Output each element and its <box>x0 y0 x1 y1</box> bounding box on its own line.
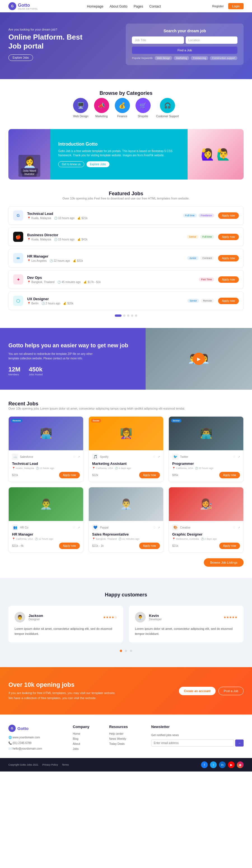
linkedin-icon[interactable]: in <box>219 762 226 768</box>
footer-link-blog[interactable]: Blog <box>73 737 101 740</box>
keyword-1[interactable]: Web design <box>154 56 172 60</box>
nav-link-homepage[interactable]: Homepage <box>87 4 103 8</box>
hero-eyebrow: Are you looking for your dream job? <box>8 28 93 31</box>
recent-apply-btn-5[interactable]: Apply now <box>139 542 160 549</box>
testi-dot-3[interactable] <box>130 650 132 652</box>
footer-link-home[interactable]: Home <box>73 732 101 735</box>
login-button[interactable]: Login <box>228 3 244 9</box>
job-badge-1: Remote <box>11 419 23 423</box>
newsletter-email-input[interactable] <box>151 740 234 746</box>
youtube-icon[interactable]: ▶ <box>228 762 235 768</box>
apply-button-4[interactable]: Apply now <box>218 276 239 283</box>
find-job-button[interactable]: Find a Job <box>132 46 238 54</box>
apply-button-2[interactable]: Apply now <box>218 234 239 240</box>
page-dot-5[interactable] <box>135 314 137 317</box>
footer-link-deals[interactable]: Today Deals <box>109 742 143 745</box>
category-item-marketing[interactable]: 📣 Marketing <box>94 98 109 118</box>
subscribe-button[interactable]: → <box>235 740 244 746</box>
recent-header: Recent Jobs Over 10k opening jobs Lorem … <box>8 401 244 410</box>
location-input[interactable] <box>186 36 238 44</box>
footer-newsletter-title: Newsletter <box>151 725 244 729</box>
page-dot-2[interactable] <box>123 314 125 317</box>
instagram-icon[interactable]: ◉ <box>237 762 244 768</box>
category-item-support[interactable]: 🎧 Customer Support <box>156 98 179 118</box>
intro-btn-1[interactable]: Get to know us <box>58 161 84 167</box>
nav-link-contact[interactable]: Contact <box>149 4 161 8</box>
footer-link-about[interactable]: About <box>73 742 101 745</box>
recent-job-6: 👩‍🎨 🎨 Creative ♡↗ Graphic Designer 📍 Mel… <box>169 487 244 553</box>
recent-apply-btn-4[interactable]: Apply now <box>59 542 80 549</box>
job-logo-3: ∞ <box>13 253 23 263</box>
company-name-1: Salesforce <box>20 455 33 458</box>
footer-company-title: Company <box>73 725 101 729</box>
company-row-2: 🎵 Spotify ♡↗ <box>92 454 160 460</box>
page-dot-1[interactable] <box>115 314 121 317</box>
job-meta-5: 📍 Berlin 🕐 2 hours ago 💰 $20k <box>27 302 183 305</box>
apply-button-1[interactable]: Apply now <box>218 212 239 219</box>
nav-links: Homepage About Gotto Pages Contact <box>87 4 161 9</box>
recent-apply-btn-1[interactable]: Apply now <box>59 472 80 478</box>
page-dot-4[interactable] <box>131 314 133 317</box>
recent-apply-btn-6[interactable]: Apply now <box>219 542 240 549</box>
footer-logo: G Gotto <box>8 725 64 732</box>
intro-band: 👩‍💼 Julia WardInvestor Introduction Gott… <box>8 129 244 180</box>
company-name-3: Twitter <box>180 455 188 458</box>
testi-dot-1[interactable] <box>120 650 122 652</box>
keyword-4[interactable]: Construction support <box>210 56 238 60</box>
play-button[interactable]: ▶ <box>193 353 205 365</box>
cat-icon-shoprite: 🛒 <box>136 98 151 113</box>
company-row-4: 👥 HR Co ♡↗ <box>12 524 80 530</box>
nav-link-about[interactable]: About Gotto <box>109 4 128 8</box>
recent-jobs-section: Recent Jobs Over 10k opening jobs Lorem … <box>0 390 252 578</box>
recent-job-2: 👩‍🏫 Social 🎵 Spotify ♡↗ Marketing Assist… <box>88 416 164 482</box>
hero-cta-button[interactable]: Explore Jobs <box>8 55 33 61</box>
company-icon-2: 🎵 <box>92 454 98 460</box>
popular-keywords: Popular Keywords: Web design Marketing F… <box>132 56 238 60</box>
category-item-shoprite[interactable]: 🛒 Shoprite <box>136 98 151 118</box>
cta-create-account-button[interactable]: Create an account <box>179 687 216 695</box>
twitter-icon[interactable]: t <box>210 762 217 768</box>
promo-video-thumb: 👨‍💼👩‍💼 ▶ <box>146 328 252 390</box>
job-meta-4: 📍 Bangkok, Thailand 🕐 45 minutes ago 💰 $… <box>27 281 195 284</box>
testimonials-section: Happy customers 👨 Jackson Designer ★★★★☆… <box>0 578 252 667</box>
cta-post-job-button[interactable]: Post a Job <box>218 687 244 695</box>
facebook-icon[interactable]: f <box>201 762 208 768</box>
register-button[interactable]: Register <box>210 3 226 9</box>
footer-grid: G Gotto 🌐 www.yourdomain.com 📞 (01) 2345… <box>8 725 244 752</box>
category-item-webdesign[interactable]: 🖥️ Web Design <box>73 98 88 118</box>
copyright-text: Copyright Gotto Jobs 2021 <box>8 763 38 766</box>
job-card-img-3: 👨‍💻 Senior <box>169 416 243 450</box>
footer-link-news[interactable]: News Weekly <box>109 737 143 740</box>
privacy-link[interactable]: Privacy Policy <box>42 763 58 766</box>
nav-actions: Register Login <box>210 3 244 9</box>
apply-button-5[interactable]: Apply now <box>218 298 239 304</box>
apply-button-3[interactable]: Apply now <box>218 255 239 261</box>
testi-top-2: 👨‍💼 Kevin Developer ★★★★★ <box>135 612 238 622</box>
testi-dot-2[interactable] <box>125 650 127 652</box>
testi-role-1: Designer <box>29 618 43 621</box>
category-item-finance[interactable]: 💰 Finance <box>115 98 130 118</box>
footer-link-jobs[interactable]: Jobs <box>73 747 101 750</box>
nav-logo: G Gotto ONLINE JOB PORTAL <box>8 2 38 10</box>
nav-link-pages[interactable]: Pages <box>134 4 143 8</box>
job-title-5: UX Designer <box>27 297 183 301</box>
keyword-2[interactable]: Marketing <box>174 56 189 60</box>
intro-btn-2[interactable]: Explore Jobs <box>86 161 109 167</box>
testi-header: Happy customers <box>8 592 244 598</box>
footer: G Gotto 🌐 www.yourdomain.com 📞 (01) 2345… <box>0 715 252 772</box>
recent-job-footer-6: $21k Apply now <box>172 542 240 549</box>
recent-apply-btn-3[interactable]: Apply now <box>219 472 240 478</box>
stat-2: 450k Jobs Posted <box>29 366 43 376</box>
terms-link[interactable]: Terms <box>62 763 69 766</box>
browse-jobs-button[interactable]: Browse Job Listings <box>204 558 244 567</box>
job-title-3: HR Manager <box>27 254 183 258</box>
footer-link-help[interactable]: Help center <box>109 732 143 735</box>
intro-person-label: 👩‍💼 Julia WardInvestor <box>19 155 41 177</box>
page-dot-3[interactable] <box>127 314 129 317</box>
categories-list: 🖥️ Web Design 📣 Marketing 💰 Finance 🛒 Sh… <box>8 98 244 118</box>
cat-label-shoprite: Shoprite <box>138 115 148 118</box>
job-title-input[interactable] <box>132 36 184 44</box>
categories-section: Browse by Categories 🖥️ Web Design 📣 Mar… <box>0 79 252 129</box>
recent-apply-btn-2[interactable]: Apply now <box>139 472 160 478</box>
keyword-3[interactable]: Freelancing <box>191 56 208 60</box>
